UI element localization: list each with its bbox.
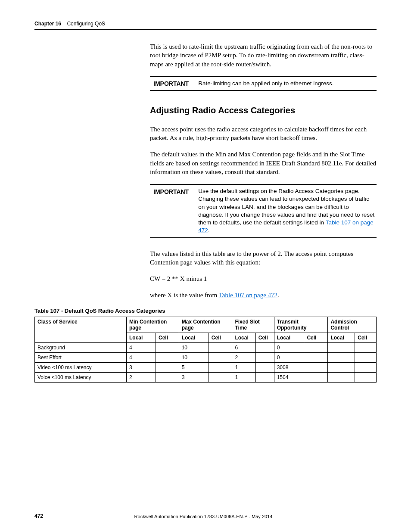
- table-cell: 1: [232, 362, 255, 372]
- table-cell: [355, 342, 377, 352]
- important-text: Use the default settings on the Radio Ac…: [198, 187, 377, 234]
- table-cell: 3008: [274, 362, 304, 372]
- sub-cell: Cell: [209, 333, 232, 342]
- table-cell: [156, 372, 179, 382]
- table-cell: Best Effort: [35, 352, 127, 362]
- table-cell: 0: [274, 352, 304, 362]
- table-cell: 4: [127, 342, 156, 352]
- table-cell: [255, 372, 274, 382]
- col-max: Max Contention page: [179, 317, 232, 333]
- paragraph-3: The default values in the Min and Max Co…: [150, 150, 377, 176]
- table-cell: 10: [179, 342, 209, 352]
- main-column: This is used to rate-limit the upstream …: [150, 42, 377, 300]
- table-cell: 10: [179, 352, 209, 362]
- sub-local: Local: [127, 333, 156, 342]
- qos-table: Class of Service Min Contention page Max…: [34, 317, 377, 383]
- paragraph-intro: This is used to rate-limit the upstream …: [150, 42, 377, 68]
- table-cell: [209, 342, 232, 352]
- table-cell: 2: [232, 352, 255, 362]
- sub-cell: Cell: [355, 333, 377, 342]
- table-cell: 0: [274, 342, 304, 352]
- important-text: Rate-limiting can be applied only to eth…: [198, 80, 335, 87]
- sub-local: Local: [232, 333, 255, 342]
- table-cell: [304, 372, 328, 382]
- table-cell: [328, 362, 355, 372]
- table-cell: 4: [127, 352, 156, 362]
- section-heading: Adjusting Radio Access Categories: [150, 106, 377, 115]
- important-text-after: .: [208, 227, 210, 233]
- important-box-1: IMPORTANT Rate-limiting can be applied o…: [150, 76, 377, 91]
- table-cell: [355, 352, 377, 362]
- sub-local: Local: [274, 333, 304, 342]
- sub-cell: Cell: [156, 333, 179, 342]
- table-cell: [156, 352, 179, 362]
- table-cell: [209, 372, 232, 382]
- sub-cell: Cell: [255, 333, 274, 342]
- table-reference-link-2[interactable]: Table 107 on page 472: [219, 292, 277, 299]
- table-cell: [328, 342, 355, 352]
- table-cell: [355, 372, 377, 382]
- sub-local: Local: [328, 333, 355, 342]
- table-cell: [156, 362, 179, 372]
- table-cell: [255, 342, 274, 352]
- important-box-2: IMPORTANT Use the default settings on th…: [150, 184, 377, 238]
- col-class: Class of Service: [35, 317, 127, 342]
- table-row: Voice <100 ms Latency2311504: [35, 372, 377, 382]
- table-cell: 6: [232, 342, 255, 352]
- sub-cell: Cell: [304, 333, 328, 342]
- table-cell: Video <100 ms Latency: [35, 362, 127, 372]
- table-header-row-1: Class of Service Min Contention page Max…: [35, 317, 377, 333]
- table-row: Video <100 ms Latency3513008: [35, 362, 377, 372]
- para5-before: where X is the value from: [150, 292, 219, 299]
- table-cell: [255, 352, 274, 362]
- table-cell: [304, 362, 328, 372]
- table-cell: 5: [179, 362, 209, 372]
- col-adm: Admission Control: [328, 317, 377, 333]
- table-cell: [328, 352, 355, 362]
- important-label: IMPORTANT: [150, 80, 189, 87]
- col-min: Min Contention page: [127, 317, 179, 333]
- table-cell: [255, 362, 274, 372]
- table-cell: [156, 342, 179, 352]
- table-row: Best Effort41020: [35, 352, 377, 362]
- chapter-label: Chapter 16: [34, 21, 61, 27]
- paragraph-2: The access point uses the radio access c…: [150, 125, 377, 143]
- table-cell: [209, 352, 232, 362]
- table-cell: Voice <100 ms Latency: [35, 372, 127, 382]
- table-cell: [209, 362, 232, 372]
- table-row: Background41060: [35, 342, 377, 352]
- important-label: IMPORTANT: [150, 187, 189, 234]
- footer: 472 Rockwell Automation Publication 1783…: [34, 513, 377, 519]
- table-cell: [304, 352, 328, 362]
- paragraph-4: The values listed in this table are to t…: [150, 249, 377, 267]
- equation: CW = 2 ** X minus 1: [150, 274, 377, 283]
- table-cell: [355, 362, 377, 372]
- chapter-title: Configuring QoS: [67, 21, 105, 27]
- table-cell: 1: [232, 372, 255, 382]
- table-cell: Background: [35, 342, 127, 352]
- publication-id: Rockwell Automation Publication 1783-UM0…: [43, 514, 364, 519]
- para5-after: .: [277, 292, 279, 299]
- table-title: Table 107 - Default QoS Radio Access Cat…: [34, 308, 377, 314]
- table-cell: [304, 342, 328, 352]
- sub-local: Local: [179, 333, 209, 342]
- table-cell: [328, 372, 355, 382]
- paragraph-5: where X is the value from Table 107 on p…: [150, 291, 377, 299]
- table-cell: 3: [179, 372, 209, 382]
- page-number: 472: [34, 513, 43, 519]
- col-tx: Transmit Opportunity: [274, 317, 328, 333]
- table-cell: 3: [127, 362, 156, 372]
- table-cell: 1504: [274, 372, 304, 382]
- table-cell: 2: [127, 372, 156, 382]
- running-header: Chapter 16 Configuring QoS: [34, 21, 377, 30]
- col-slot: Fixed Slot Time: [232, 317, 274, 333]
